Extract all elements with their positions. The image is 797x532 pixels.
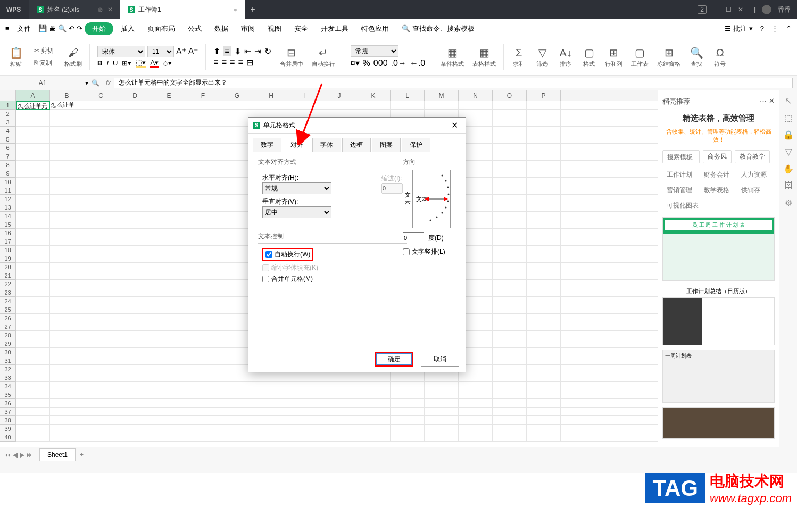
- col-header[interactable]: C: [84, 90, 118, 101]
- template-thumb-3[interactable]: 一周计划表: [662, 350, 775, 403]
- sort-button[interactable]: A↓排序: [555, 45, 576, 68]
- fx-icon[interactable]: fx: [103, 79, 114, 87]
- template-thumb-1[interactable]: 员 工 周 工 作 计 划 表: [662, 217, 775, 281]
- prev-sheet-icon[interactable]: ◀: [13, 451, 18, 459]
- tag[interactable]: 工作计划: [662, 169, 696, 181]
- dlg-tab-protect[interactable]: 保护: [402, 138, 430, 152]
- vertical-text-checkbox[interactable]: [403, 248, 410, 255]
- align-center-icon[interactable]: ≡: [222, 57, 227, 67]
- font-select[interactable]: 宋体: [97, 46, 145, 57]
- col-header[interactable]: J: [322, 90, 356, 101]
- active-cell[interactable]: 怎么让单元: [16, 101, 50, 110]
- justify-icon[interactable]: ≡: [238, 57, 243, 67]
- row-header[interactable]: 3: [0, 118, 15, 127]
- first-sheet-icon[interactable]: ⏮: [4, 451, 11, 459]
- hamburger-icon[interactable]: ≡: [5, 24, 10, 32]
- row-header[interactable]: 37: [0, 408, 15, 416]
- row-header[interactable]: 11: [0, 186, 15, 195]
- increase-font-icon[interactable]: A⁺: [176, 46, 186, 56]
- row-header[interactable]: 35: [0, 390, 15, 399]
- minimize-icon[interactable]: —: [713, 6, 719, 13]
- col-header[interactable]: M: [425, 90, 459, 101]
- row-header[interactable]: 29: [0, 339, 15, 348]
- number-format-select[interactable]: 常规: [351, 45, 399, 57]
- table-style-button[interactable]: ▦表格样式: [469, 45, 499, 68]
- maximize-icon[interactable]: ☐: [726, 6, 732, 13]
- comma-icon[interactable]: 000: [373, 59, 388, 68]
- template-thumb-2[interactable]: [662, 297, 775, 345]
- row-header[interactable]: 33: [0, 373, 15, 382]
- cursor-icon[interactable]: ↖: [783, 96, 794, 106]
- funnel-icon[interactable]: ▽: [783, 147, 794, 157]
- row-header[interactable]: 23: [0, 288, 15, 297]
- tag[interactable]: 人力资源: [737, 169, 771, 181]
- cancel-button[interactable]: 取消: [421, 352, 459, 367]
- border-button[interactable]: ⊞▾: [122, 59, 131, 67]
- print-icon[interactable]: 🖶: [49, 24, 56, 32]
- image-icon[interactable]: 🖼: [783, 181, 794, 192]
- format-brush-button[interactable]: 🖌格式刷: [61, 45, 85, 68]
- indent-spinner[interactable]: [381, 183, 403, 194]
- row-header[interactable]: 27: [0, 322, 15, 331]
- distribute-icon[interactable]: ⊟: [246, 57, 253, 68]
- row-header[interactable]: 26: [0, 314, 15, 322]
- row-header[interactable]: 2: [0, 110, 15, 118]
- row-header[interactable]: 38: [0, 416, 15, 425]
- row-header[interactable]: 22: [0, 280, 15, 288]
- row-header[interactable]: 8: [0, 161, 15, 169]
- fill-color-button[interactable]: ⬚▾: [136, 59, 146, 68]
- row-header[interactable]: 40: [0, 433, 15, 442]
- settings-icon[interactable]: ⚙: [783, 198, 794, 209]
- orient-icon[interactable]: ↻: [264, 46, 271, 56]
- menu-safety[interactable]: 安全: [289, 22, 313, 36]
- find-button[interactable]: 🔍查找: [686, 45, 707, 68]
- template-thumb-4[interactable]: [662, 407, 775, 439]
- tag[interactable]: 教学表格: [700, 184, 734, 196]
- indent-inc-icon[interactable]: ⇥: [254, 46, 261, 56]
- col-header[interactable]: N: [459, 90, 493, 101]
- collapse-icon[interactable]: ⌃: [786, 24, 792, 32]
- merge-button[interactable]: ⊟合并居中: [277, 45, 306, 68]
- row-header[interactable]: 39: [0, 425, 15, 433]
- menu-formula[interactable]: 公式: [182, 22, 207, 36]
- more-icon[interactable]: ⋮: [771, 24, 778, 32]
- symbol-button[interactable]: Ω符号: [709, 45, 730, 68]
- tag-education[interactable]: 教育教学: [735, 150, 770, 163]
- tag[interactable]: 供销存: [737, 184, 765, 196]
- col-header[interactable]: L: [391, 90, 425, 101]
- format-button[interactable]: ▢格式: [578, 45, 600, 68]
- dec-inc-icon[interactable]: .0→: [391, 59, 406, 68]
- help-icon[interactable]: ?: [760, 24, 764, 32]
- row-header[interactable]: 17: [0, 237, 15, 246]
- redo-icon[interactable]: ↷: [77, 24, 82, 32]
- col-header[interactable]: O: [493, 90, 527, 101]
- tag[interactable]: 财务会计: [700, 169, 734, 181]
- row-header[interactable]: 16: [0, 229, 15, 237]
- decrease-font-icon[interactable]: A⁻: [188, 46, 198, 56]
- row-header[interactable]: 24: [0, 297, 15, 305]
- row-header[interactable]: 36: [0, 399, 15, 408]
- rowcol-button[interactable]: ⊞行和列: [602, 45, 626, 68]
- dlg-tab-number[interactable]: 数字: [253, 138, 281, 152]
- formula-input[interactable]: [114, 78, 793, 88]
- indent-dec-icon[interactable]: ⇤: [244, 46, 251, 56]
- row-header[interactable]: 12: [0, 195, 15, 203]
- lock-icon[interactable]: 🔒: [783, 130, 794, 140]
- menu-start[interactable]: 开始: [85, 22, 113, 35]
- freeze-button[interactable]: ⊞冻结窗格: [654, 45, 684, 68]
- wrap-button[interactable]: ↵自动换行: [309, 45, 338, 68]
- row-header[interactable]: 7: [0, 152, 15, 161]
- dialog-close-button[interactable]: ✕: [448, 120, 461, 130]
- align-top-icon[interactable]: ⬆: [213, 46, 220, 56]
- row-header[interactable]: 31: [0, 356, 15, 365]
- cell-reference[interactable]: A1: [0, 79, 85, 87]
- row-header[interactable]: 21: [0, 271, 15, 280]
- panel-menu-icon[interactable]: ⋯ ✕: [760, 97, 775, 106]
- italic-button[interactable]: I: [106, 59, 109, 67]
- bold-button[interactable]: B: [97, 59, 102, 67]
- align-left-icon[interactable]: ≡: [213, 57, 218, 67]
- row-header[interactable]: 1: [0, 101, 15, 110]
- copy-button[interactable]: ⎘复制: [32, 57, 56, 69]
- size-select[interactable]: 11: [147, 46, 174, 57]
- font-color-button[interactable]: A▾: [150, 59, 159, 68]
